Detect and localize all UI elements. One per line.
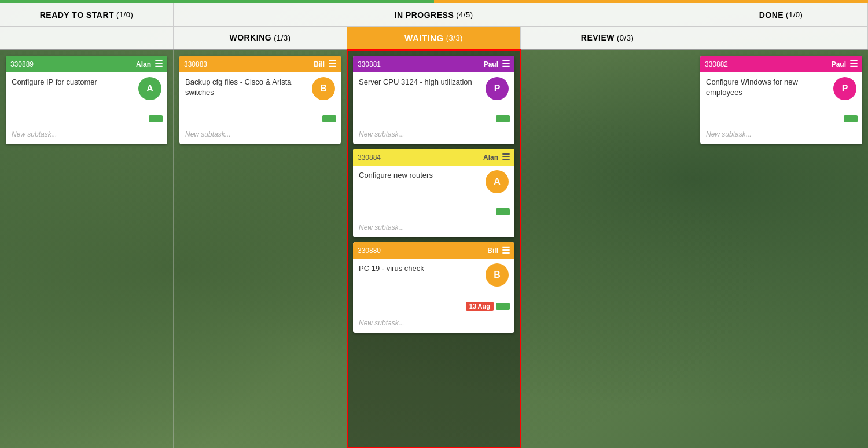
card-330889-assignee: Alan — [136, 60, 151, 68]
done-column: 330882 Paul ☰ Configure Windows for new … — [694, 50, 868, 448]
card-330889-avatar: A — [138, 77, 161, 100]
card-330882-title: Configure Windows for new employees — [706, 77, 829, 98]
card-330889-new-subtask[interactable]: New subtask... — [6, 127, 167, 144]
ready-to-start-column: 330889 Alan ☰ Configure IP for customer … — [0, 50, 174, 448]
card-330880: 330880 Bill ☰ PC 19 - virus check B 13 A… — [353, 242, 514, 333]
card-330881-avatar: P — [486, 77, 509, 100]
card-330882: 330882 Paul ☰ Configure Windows for new … — [700, 56, 862, 144]
ready-to-start-subheader — [0, 27, 174, 49]
card-330883-avatar: B — [312, 77, 335, 100]
waiting-header: WAITING (3/3) — [347, 27, 521, 49]
card-330884-title: Configure new routers — [359, 170, 481, 181]
card-330884-header: 330884 Alan ☰ — [353, 149, 514, 166]
card-330880-menu-icon[interactable]: ☰ — [502, 245, 510, 256]
card-330884-menu-icon[interactable]: ☰ — [502, 152, 510, 163]
ready-to-start-header: READY TO START (1/0) — [0, 3, 174, 26]
card-330883-footer — [179, 113, 341, 127]
card-330883-menu-icon[interactable]: ☰ — [328, 58, 336, 69]
in-progress-header: IN PROGRESS (4/5) — [174, 3, 694, 26]
card-330881-assignee: Paul — [484, 60, 498, 68]
card-330881-body: Server CPU 3124 - high utilization P — [353, 72, 514, 113]
card-330880-date-badge: 13 Aug — [466, 302, 494, 311]
card-330881-footer — [353, 113, 514, 127]
card-330882-avatar: P — [833, 77, 856, 100]
card-330884: 330884 Alan ☰ Configure new routers A Ne… — [353, 149, 514, 237]
ready-to-start-count: (1/0) — [116, 10, 133, 19]
card-330884-assignee: Alan — [483, 153, 498, 161]
waiting-label: WAITING — [404, 33, 444, 43]
card-330880-avatar: B — [486, 263, 509, 287]
card-330883-assignee: Bill — [314, 60, 325, 68]
waiting-column: ← ĐIỂM NGHẼN 330881 Paul ☰ Server CPU 31… — [347, 50, 521, 448]
card-330884-body: Configure new routers A — [353, 166, 514, 206]
card-330889-footer — [6, 113, 167, 127]
card-330883-body: Backup cfg files - Cisco & Arista switch… — [179, 72, 341, 113]
card-330880-footer: 13 Aug — [353, 299, 514, 315]
working-count: (1/3) — [274, 34, 290, 42]
card-330881-id: 330881 — [358, 60, 381, 68]
review-count: (0/3) — [617, 34, 634, 42]
card-330883-header: 330883 Bill ☰ — [179, 56, 341, 72]
card-330883-new-subtask[interactable]: New subtask... — [179, 127, 341, 144]
card-330889-menu-icon[interactable]: ☰ — [155, 58, 163, 69]
card-330884-progress-bar — [496, 208, 510, 215]
card-330882-footer — [700, 113, 862, 127]
card-330882-menu-icon[interactable]: ☰ — [849, 58, 858, 69]
card-330881-progress-bar — [496, 115, 510, 122]
card-330880-assignee: Bill — [487, 247, 498, 255]
card-330883: 330883 Bill ☰ Backup cfg files - Cisco &… — [179, 56, 341, 144]
card-330881: 330881 Paul ☰ Server CPU 3124 - high uti… — [353, 56, 514, 144]
card-330884-footer — [353, 206, 514, 220]
done-count: (1/0) — [786, 10, 803, 19]
review-column — [521, 50, 694, 448]
card-330882-new-subtask[interactable]: New subtask... — [700, 127, 862, 144]
card-330881-menu-icon[interactable]: ☰ — [502, 58, 510, 69]
card-330881-new-subtask[interactable]: New subtask... — [353, 127, 514, 144]
done-subheader — [694, 27, 868, 49]
card-330881-title: Server CPU 3124 - high utilization — [359, 77, 481, 87]
card-330882-id: 330882 — [705, 60, 728, 68]
card-330889: 330889 Alan ☰ Configure IP for customer … — [6, 56, 167, 144]
working-header: WORKING (1/3) — [174, 27, 347, 49]
in-progress-label: IN PROGRESS — [395, 10, 454, 20]
card-330889-title: Configure IP for customer — [12, 77, 134, 87]
card-330883-id: 330883 — [184, 60, 207, 68]
card-330883-progress-bar — [322, 115, 336, 122]
card-330889-id: 330889 — [10, 60, 34, 68]
card-330889-progress-bar — [149, 115, 163, 122]
card-330889-body: Configure IP for customer A — [6, 72, 167, 113]
card-330883-title: Backup cfg files - Cisco & Arista switch… — [185, 77, 307, 98]
card-330882-assignee: Paul — [832, 60, 846, 68]
card-330880-title: PC 19 - virus check — [359, 263, 481, 274]
card-330880-body: PC 19 - virus check B — [353, 259, 514, 299]
in-progress-count: (4/5) — [456, 10, 473, 19]
card-330889-header: 330889 Alan ☰ — [6, 56, 167, 72]
ready-to-start-label: READY TO START — [40, 10, 114, 20]
done-label: DONE — [759, 10, 784, 20]
card-330882-progress-bar — [844, 115, 858, 122]
review-header: REVIEW (0/3) — [521, 27, 694, 49]
card-330881-header: 330881 Paul ☰ — [353, 56, 514, 72]
review-label: REVIEW — [581, 33, 615, 42]
card-330884-avatar: A — [486, 170, 509, 193]
working-label: WORKING — [230, 33, 272, 42]
card-330882-header: 330882 Paul ☰ — [700, 56, 862, 72]
card-330880-header: 330880 Bill ☰ — [353, 242, 514, 259]
card-330880-id: 330880 — [358, 247, 381, 255]
card-330880-progress-bar — [496, 303, 510, 310]
card-330880-new-subtask[interactable]: New subtask... — [353, 315, 514, 333]
card-330884-new-subtask[interactable]: New subtask... — [353, 220, 514, 237]
working-column: 330883 Bill ☰ Backup cfg files - Cisco &… — [174, 50, 347, 448]
card-330882-body: Configure Windows for new employees P — [700, 72, 862, 113]
waiting-count: (3/3) — [446, 34, 463, 42]
card-330884-id: 330884 — [358, 153, 381, 161]
done-header-h1: DONE (1/0) — [694, 3, 868, 26]
